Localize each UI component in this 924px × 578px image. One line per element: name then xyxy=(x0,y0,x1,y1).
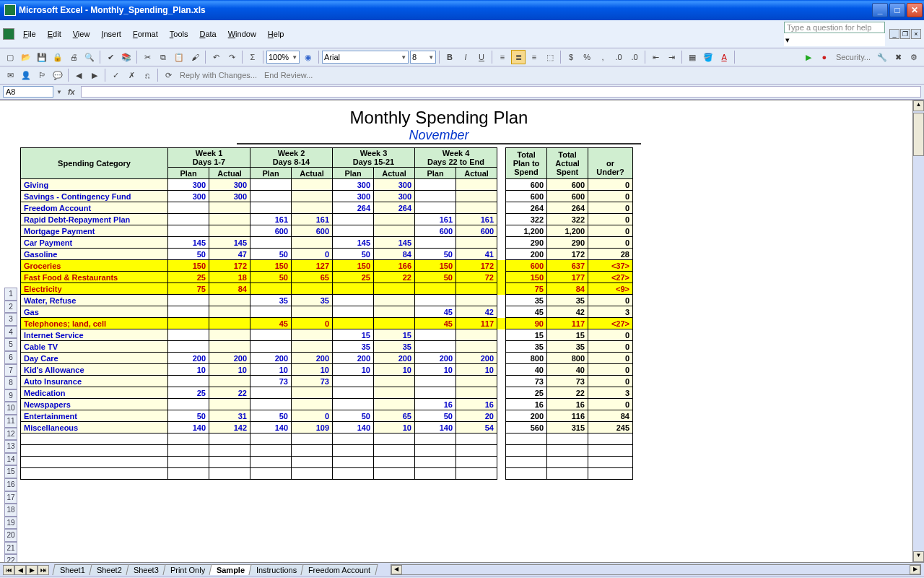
plan-cell[interactable] xyxy=(333,399,374,410)
total-actual-cell[interactable]: 637 xyxy=(547,260,588,272)
menu-view[interactable]: View xyxy=(67,28,96,40)
plan-cell[interactable]: 300 xyxy=(333,191,374,202)
plan-cell[interactable]: 161 xyxy=(250,214,292,225)
actual-cell[interactable]: 145 xyxy=(209,237,250,249)
plan-cell[interactable]: 140 xyxy=(333,422,374,434)
plan-cell[interactable] xyxy=(333,306,374,318)
category-cell[interactable]: Internet Service xyxy=(21,329,168,341)
plan-cell[interactable]: 50 xyxy=(168,249,209,260)
diff-cell[interactable] xyxy=(588,457,633,468)
menu-format[interactable]: Format xyxy=(127,28,164,40)
diff-cell[interactable]: 3 xyxy=(588,387,633,399)
plan-cell[interactable]: 25 xyxy=(168,387,209,399)
plan-cell[interactable]: 45 xyxy=(415,318,456,329)
plan-cell[interactable]: 145 xyxy=(333,237,374,249)
plan-cell[interactable] xyxy=(333,283,374,295)
tool3-icon[interactable]: ⚙ xyxy=(907,50,921,64)
diff-cell[interactable]: 0 xyxy=(588,341,633,353)
redo-icon[interactable]: ↷ xyxy=(225,50,239,64)
total-plan-cell[interactable]: 15 xyxy=(506,329,547,341)
plan-cell[interactable]: 73 xyxy=(250,376,292,387)
sheet-tab-print-only[interactable]: Print Only xyxy=(162,564,212,575)
increase-decimal-icon[interactable]: .0 xyxy=(611,50,626,64)
plan-cell[interactable]: 50 xyxy=(415,410,456,422)
plan-cell[interactable] xyxy=(250,237,292,249)
category-cell[interactable]: Freedom Account xyxy=(21,202,168,214)
fill-color-icon[interactable]: 🪣 xyxy=(701,50,715,64)
tool2-icon[interactable]: ✖ xyxy=(891,50,905,64)
sheet-tab-instructions[interactable]: Instructions xyxy=(248,564,304,575)
total-plan-cell[interactable]: 600 xyxy=(506,260,547,272)
print-preview-icon[interactable]: 🔍 xyxy=(82,50,97,64)
table-row[interactable]: Gas454245423 xyxy=(21,306,633,318)
row-header[interactable]: 22 xyxy=(4,554,17,562)
table-row[interactable]: Car Payment1451451451452902900 xyxy=(21,237,633,249)
menu-data[interactable]: Data xyxy=(193,28,222,40)
actual-cell[interactable]: 15 xyxy=(374,329,415,341)
table-row[interactable] xyxy=(21,434,633,445)
plan-cell[interactable]: 10 xyxy=(168,364,209,376)
category-cell[interactable] xyxy=(21,468,168,480)
plan-cell[interactable] xyxy=(250,179,292,191)
category-cell[interactable]: Gas xyxy=(21,306,168,318)
diff-cell[interactable]: 0 xyxy=(588,225,633,237)
actual-cell[interactable] xyxy=(292,399,333,410)
plan-cell[interactable]: 140 xyxy=(168,422,209,434)
total-actual-cell[interactable]: 35 xyxy=(547,295,588,306)
table-row[interactable] xyxy=(21,457,633,468)
tab-first-icon[interactable]: ⏮ xyxy=(3,565,14,575)
total-plan-cell[interactable] xyxy=(506,468,547,480)
plan-cell[interactable] xyxy=(250,468,292,480)
plan-cell[interactable] xyxy=(333,457,374,468)
total-plan-cell[interactable]: 200 xyxy=(506,249,547,260)
actual-cell[interactable]: 10 xyxy=(456,364,497,376)
row-header[interactable]: 16 xyxy=(4,478,17,491)
total-plan-cell[interactable]: 200 xyxy=(506,410,547,422)
actual-cell[interactable]: 166 xyxy=(374,260,415,272)
font-combo[interactable]: Arial▼ xyxy=(322,51,409,64)
total-plan-cell[interactable]: 560 xyxy=(506,422,547,434)
actual-cell[interactable]: 73 xyxy=(292,376,333,387)
paste-icon[interactable]: 📋 xyxy=(172,50,186,64)
category-cell[interactable]: Miscellaneous xyxy=(21,422,168,434)
actual-cell[interactable] xyxy=(374,468,415,480)
total-actual-cell[interactable]: 16 xyxy=(547,399,588,410)
plan-cell[interactable]: 25 xyxy=(333,272,374,283)
plan-cell[interactable]: 10 xyxy=(333,364,374,376)
flag-icon[interactable]: 🏳 xyxy=(35,68,49,82)
plan-cell[interactable]: 10 xyxy=(415,364,456,376)
plan-cell[interactable] xyxy=(333,214,374,225)
actual-cell[interactable] xyxy=(292,445,333,457)
diff-cell[interactable] xyxy=(588,434,633,445)
total-plan-cell[interactable]: 16 xyxy=(506,399,547,410)
actual-cell[interactable]: 42 xyxy=(456,306,497,318)
horizontal-scrollbar[interactable]: ◀ ▶ xyxy=(391,564,921,575)
plan-cell[interactable] xyxy=(250,202,292,214)
actual-cell[interactable]: 10 xyxy=(209,364,250,376)
autosum-icon[interactable]: Σ xyxy=(245,50,260,64)
plan-cell[interactable] xyxy=(333,434,374,445)
actual-cell[interactable] xyxy=(374,214,415,225)
percent-icon[interactable]: % xyxy=(580,50,594,64)
diff-cell[interactable]: 0 xyxy=(588,295,633,306)
total-plan-cell[interactable]: 600 xyxy=(506,179,547,191)
row-header[interactable]: 11 xyxy=(4,415,17,428)
total-plan-cell[interactable]: 150 xyxy=(506,272,547,283)
diff-cell[interactable]: 0 xyxy=(588,179,633,191)
research-icon[interactable]: 📚 xyxy=(119,50,134,64)
plan-cell[interactable] xyxy=(415,434,456,445)
actual-cell[interactable]: 54 xyxy=(456,422,497,434)
actual-cell[interactable] xyxy=(292,191,333,202)
plan-cell[interactable]: 35 xyxy=(333,341,374,353)
actual-cell[interactable]: 0 xyxy=(292,318,333,329)
diff-cell[interactable]: 0 xyxy=(588,214,633,225)
total-actual-cell[interactable]: 315 xyxy=(547,422,588,434)
plan-cell[interactable]: 25 xyxy=(168,272,209,283)
total-plan-cell[interactable]: 75 xyxy=(506,283,547,295)
total-plan-cell[interactable]: 800 xyxy=(506,353,547,364)
decrease-decimal-icon[interactable]: .0 xyxy=(627,50,642,64)
actual-cell[interactable] xyxy=(292,202,333,214)
actual-cell[interactable] xyxy=(209,399,250,410)
actual-cell[interactable]: 300 xyxy=(374,179,415,191)
plan-cell[interactable] xyxy=(415,329,456,341)
